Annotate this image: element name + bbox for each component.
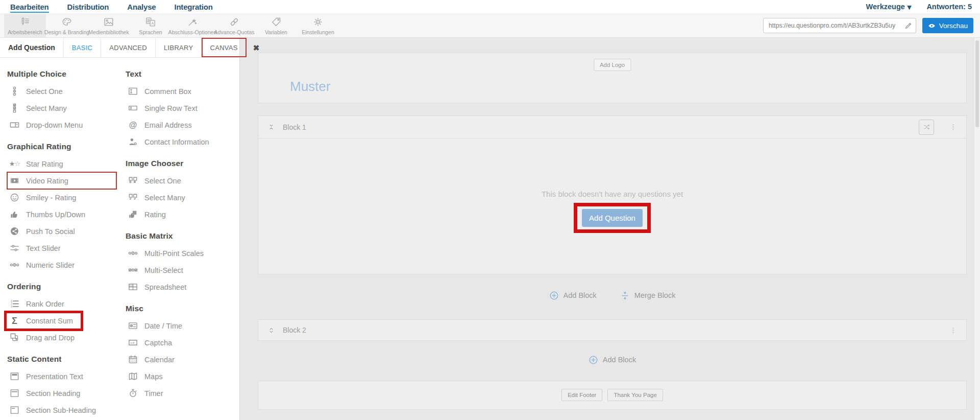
question-type-item[interactable]: Select Many: [7, 100, 126, 116]
question-type-section: Misc Date / Time ic8 Captcha: [126, 304, 240, 402]
vertical-scrollbar[interactable]: [974, 38, 980, 420]
question-type-item[interactable]: Comment Box: [126, 83, 240, 100]
toolbar-item[interactable]: Medienbibliothek: [88, 14, 130, 37]
toolbar-item[interactable]: Advance-Quotas: [213, 14, 255, 37]
toolbar-item[interactable]: Arbeitsbereich: [4, 14, 46, 37]
section-title: Misc: [126, 304, 240, 313]
question-type-label: Constant Sum: [26, 317, 73, 325]
block-1-header[interactable]: Block 1: [258, 116, 966, 138]
block-2-header[interactable]: Block 2: [258, 320, 966, 340]
question-type-item[interactable]: Calendar: [126, 351, 240, 368]
topnav-item[interactable]: Distribution: [67, 0, 109, 13]
add-block-button[interactable]: Add Block: [549, 291, 597, 300]
question-type-label: Select Many: [26, 104, 67, 112]
question-type-item[interactable]: Section Sub-Heading: [7, 402, 126, 418]
tag-icon: [271, 16, 282, 28]
edit-footer-button[interactable]: Edit Footer: [561, 389, 602, 401]
plus-circle-icon: [549, 291, 559, 300]
question-type-item[interactable]: Select One: [7, 83, 126, 100]
preview-button[interactable]: Vorschau: [922, 18, 973, 33]
section-title: Static Content: [7, 355, 126, 364]
pencil-icon[interactable]: [904, 22, 912, 30]
survey-title[interactable]: Muster: [290, 79, 330, 95]
topnav-item[interactable]: Bearbeiten: [10, 0, 49, 13]
question-type-item[interactable]: @ Email Address: [126, 116, 240, 133]
collapse-icon[interactable]: [267, 123, 275, 131]
add-question-panel: Add QuestionBASICADVANCEDLIBRARYCANVAS ✖…: [0, 38, 240, 420]
add-block-row: Add Block: [258, 352, 967, 367]
survey-url-field[interactable]: https://eu.questionpro.com/t/AB3urtkZB3u…: [763, 18, 916, 33]
toolbar-item[interactable]: A Sprachen: [130, 14, 172, 37]
question-type-item[interactable]: ★☆ Star Rating: [7, 155, 126, 172]
panel-column: Text Comment Box Single Row Text: [126, 63, 240, 420]
question-type-item[interactable]: Push To Social: [7, 223, 126, 240]
close-panel-button[interactable]: ✖: [247, 38, 266, 57]
question-type-item[interactable]: Text Slider: [7, 240, 126, 256]
add-question-button[interactable]: Add Question: [582, 209, 643, 227]
question-type-item[interactable]: Section Heading: [7, 385, 126, 402]
add-block-button-2[interactable]: Add Block: [589, 355, 636, 365]
kebab-menu-icon[interactable]: [949, 326, 957, 334]
question-type-item[interactable]: Select Many: [126, 189, 240, 206]
question-type-item[interactable]: ic8 Captcha: [126, 334, 240, 351]
question-type-item[interactable]: Date / Time: [126, 317, 240, 334]
question-type-item[interactable]: Smiley - Rating: [7, 189, 126, 206]
question-type-item[interactable]: Rating: [126, 206, 240, 223]
scrollbar-thumb[interactable]: [975, 40, 979, 127]
panel-tab[interactable]: BASIC: [64, 38, 102, 57]
panel-tabs: Add QuestionBASICADVANCEDLIBRARYCANVAS: [0, 38, 247, 57]
question-type-label: Contact Information: [144, 138, 209, 146]
question-type-label: Star Rating: [26, 160, 63, 168]
kebab-menu-icon[interactable]: [949, 123, 957, 131]
expand-icon[interactable]: [267, 326, 275, 334]
toolbar-item[interactable]: Einstellungen: [297, 14, 339, 37]
question-type-item[interactable]: Thumbs Up/Down: [7, 206, 126, 223]
responses-count[interactable]: Antworten: 5: [926, 3, 972, 11]
text-slider-icon: [10, 243, 19, 253]
captcha-icon: ic8: [128, 338, 138, 347]
panel-tab[interactable]: LIBRARY: [156, 38, 202, 57]
toolbar-item[interactable]: Variablen: [255, 14, 297, 37]
question-type-label: Section Sub-Heading: [26, 406, 96, 414]
add-block-2-label: Add Block: [603, 356, 636, 364]
multi-select-icon: [128, 265, 138, 275]
question-type-item[interactable]: Maps: [126, 368, 240, 385]
toolbar-item[interactable]: Design & Branding: [46, 14, 88, 37]
question-type-item[interactable]: Select One: [126, 172, 240, 189]
question-type-item[interactable]: Presentation Text: [7, 368, 126, 385]
email-icon: @: [128, 120, 138, 130]
block-2-title[interactable]: Block 2: [283, 326, 306, 334]
question-type-item[interactable]: Contact Information: [126, 133, 240, 150]
toolbar-item[interactable]: Abschluss-Optionen: [172, 14, 213, 37]
topnav-item[interactable]: Integration: [174, 0, 212, 13]
thank-you-page-button[interactable]: Thank You Page: [607, 389, 663, 401]
question-type-item[interactable]: Single Row Text: [126, 100, 240, 116]
svg-text:A: A: [151, 20, 154, 25]
media-library-icon: [103, 16, 114, 28]
question-type-item[interactable]: Spreadsheet: [126, 278, 240, 295]
question-type-item[interactable]: Σ Constant Sum: [4, 311, 83, 331]
survey-footer-card: Edit Footer Thank You Page: [258, 381, 967, 410]
question-type-item[interactable]: Numeric Slider: [7, 256, 126, 273]
question-type-label: Rank Order: [26, 300, 64, 308]
panel-tab[interactable]: ADVANCED: [101, 38, 156, 57]
question-type-item[interactable]: Video Rating: [7, 172, 116, 189]
question-type-item[interactable]: Drop-down Menu: [7, 116, 126, 133]
panel-tab[interactable]: Add Question: [0, 38, 64, 57]
tools-menu-label: Werkzeuge: [866, 3, 905, 11]
add-logo-button[interactable]: Add Logo: [594, 59, 631, 71]
panel-tab[interactable]: CANVAS: [202, 38, 246, 57]
merge-block-button[interactable]: Merge Block: [620, 291, 676, 300]
block-1-title[interactable]: Block 1: [283, 123, 306, 131]
question-type-label: Email Address: [144, 121, 192, 129]
question-type-item[interactable]: Multi-Select: [126, 262, 240, 278]
tools-menu[interactable]: Werkzeuge ▾: [866, 3, 912, 11]
question-type-item[interactable]: 123 Rank Order: [7, 295, 126, 312]
caret-down-icon: ▾: [908, 3, 912, 11]
topnav-item[interactable]: Analyse: [127, 0, 156, 13]
question-type-item[interactable]: Timer: [126, 385, 240, 402]
question-type-item[interactable]: Drag and Drop: [7, 329, 126, 346]
randomize-questions-button[interactable]: [919, 120, 934, 135]
question-type-label: Select Many: [144, 194, 185, 202]
question-type-item[interactable]: Multi-Point Scales: [126, 245, 240, 262]
